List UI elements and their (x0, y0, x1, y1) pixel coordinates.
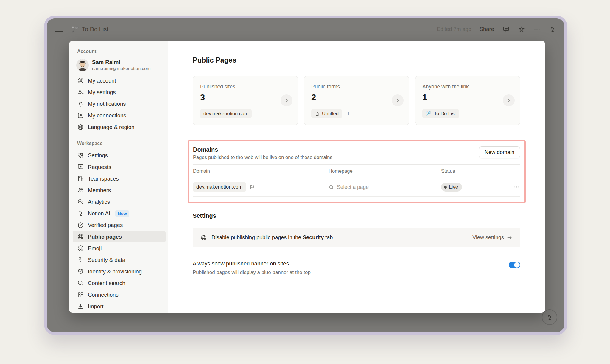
sidebar-item-my-notifications[interactable]: My notifications (73, 98, 166, 110)
panel-title: Public Pages (193, 56, 520, 64)
sliders-icon (77, 89, 84, 96)
sidebar-item-content-search[interactable]: Content search (73, 277, 166, 289)
grid-icon (77, 291, 84, 298)
sidebar-item-requests[interactable]: Requests (73, 161, 166, 173)
building-icon (77, 175, 84, 182)
user-name: Sam Raimi (92, 59, 151, 66)
select-a-page-field[interactable]: Select a page (329, 184, 441, 190)
request-bubble-icon (77, 164, 84, 170)
security-settings-banner: Disable publishing public pages in the S… (193, 228, 520, 247)
page-emoji-icon: 🏸 (71, 26, 79, 33)
todo-list-page-chip: 🏸 To Do List (422, 109, 459, 118)
ai-face-icon (77, 210, 84, 217)
published-banner-setting: Always show published banner on sites Pu… (193, 260, 520, 276)
globe-icon (200, 234, 207, 241)
sidebar-item-emoji[interactable]: Emoji (73, 242, 166, 254)
sidebar-item-language-region[interactable]: Language & region (73, 121, 166, 133)
verified-seal-icon (77, 222, 84, 228)
domain-name-chip[interactable]: dev.makenotion.com (193, 182, 246, 192)
page-emoji-icon: 🏸 (426, 111, 432, 116)
domain-table-row: dev.makenotion.com Select a page (193, 178, 520, 197)
public-forms-count: 2 (311, 93, 402, 102)
domains-title: Domains (193, 146, 332, 153)
sidebar-item-teamspaces[interactable]: Teamspaces (73, 173, 166, 184)
user-email: sam.raimi@makenotion.com (92, 66, 151, 71)
published-sites-card[interactable]: Published sites 3 dev.makenotion.com (193, 76, 298, 125)
sidebar-item-public-pages[interactable]: Public pages (73, 231, 166, 242)
sidebar-item-verified-pages[interactable]: Verified pages (73, 219, 166, 231)
domains-subtitle: Pages published to the web will be live … (193, 155, 332, 160)
more-options-icon[interactable] (533, 26, 541, 33)
column-header-domain: Domain (193, 168, 329, 174)
workspace-section-header: Workspace (77, 140, 168, 147)
sidebar-item-security-data[interactable]: Security & data (73, 254, 166, 266)
sidebar-item-my-settings[interactable]: My settings (73, 86, 166, 98)
sidebar-item-import[interactable]: Import (73, 301, 166, 312)
user-circle-icon (77, 77, 84, 84)
sidebar-item-members[interactable]: Members (73, 184, 166, 196)
page-title: To Do List (82, 26, 108, 33)
shield-check-icon (77, 268, 84, 275)
favorite-star-icon[interactable] (518, 26, 525, 33)
column-header-status: Status (441, 168, 507, 174)
public-forms-card[interactable]: Public forms 2 Untitled +1 (304, 76, 409, 125)
comments-icon[interactable] (502, 26, 510, 33)
edited-timestamp: Edited 7m ago (437, 26, 471, 32)
breadcrumb[interactable]: 🏸 To Do List (71, 26, 108, 33)
row-more-options-icon[interactable] (513, 184, 520, 190)
sidebar-item-identity-provisioning[interactable]: Identity & provisioning (73, 266, 166, 277)
sidebar-user-profile[interactable]: Sam Raimi sam.raimi@makenotion.com (77, 57, 163, 73)
user-avatar (77, 59, 88, 71)
sidebar-item-my-account[interactable]: My account (73, 75, 166, 86)
browser-window: 🏸 To Do List Edited 7m ago Share (44, 16, 567, 335)
settings-modal: Account Sam Raimi sam.raimi@makenotion.c… (69, 41, 545, 313)
column-header-homepage: Homepage (329, 168, 441, 174)
status-badge: Live (441, 183, 462, 192)
sidebar-item-connections[interactable]: Connections (73, 289, 166, 301)
hamburger-menu-icon[interactable] (55, 27, 63, 32)
notion-ai-icon[interactable] (549, 26, 556, 33)
setting-description: Published pages will display a blue bann… (193, 270, 311, 276)
more-pages-count: +1 (345, 111, 350, 116)
page-icon (315, 111, 320, 116)
status-dot (444, 186, 447, 189)
domains-table: Domain Homepage Status dev.makenotion.co… (193, 164, 520, 197)
view-settings-link[interactable]: View settings (472, 234, 513, 241)
chevron-right-icon[interactable] (281, 94, 292, 106)
arrow-up-right-box-icon (77, 112, 84, 119)
key-icon (77, 256, 84, 263)
search-icon (77, 280, 84, 287)
top-bar: 🏸 To Do List Edited 7m ago Share (47, 18, 564, 40)
anyone-with-link-count: 1 (422, 93, 513, 102)
smiley-icon (77, 245, 84, 252)
chevron-right-icon[interactable] (503, 94, 515, 106)
gear-icon (77, 152, 84, 159)
new-badge: New (115, 210, 129, 217)
globe-icon (77, 124, 84, 130)
download-icon (77, 303, 84, 310)
sidebar-item-notion-ai[interactable]: Notion AI New (73, 208, 166, 219)
domain-chip: dev.makenotion.com (200, 109, 252, 118)
sidebar-item-settings[interactable]: Settings (73, 150, 166, 161)
banner-text: Disable publishing public pages in the S… (211, 234, 333, 241)
toggle-knob (514, 262, 520, 268)
notion-ai-fab[interactable] (542, 309, 557, 325)
flag-icon[interactable] (249, 184, 255, 190)
public-pages-panel: Public Pages Published sites 3 dev.maken… (168, 41, 545, 313)
published-banner-toggle[interactable] (509, 262, 520, 268)
notion-app-dimmed: 🏸 To Do List Edited 7m ago Share (47, 18, 564, 332)
new-domain-button[interactable]: New domain (479, 146, 520, 158)
account-section-header: Account (77, 48, 168, 55)
sidebar-item-analytics[interactable]: Analytics (73, 196, 166, 208)
untitled-page-chip: Untitled (311, 109, 342, 118)
arrow-right-icon (507, 235, 513, 241)
published-sites-count: 3 (200, 93, 291, 102)
domains-section-annotation: Domains Pages published to the web will … (188, 140, 526, 203)
chevron-right-icon[interactable] (392, 94, 404, 106)
settings-section-title: Settings (193, 212, 520, 220)
share-button[interactable]: Share (480, 26, 494, 32)
anyone-with-link-card[interactable]: Anyone with the link 1 🏸 To Do List (415, 76, 520, 125)
setting-label: Always show published banner on sites (193, 260, 311, 267)
search-icon (329, 184, 334, 190)
sidebar-item-my-connections[interactable]: My connections (73, 110, 166, 121)
